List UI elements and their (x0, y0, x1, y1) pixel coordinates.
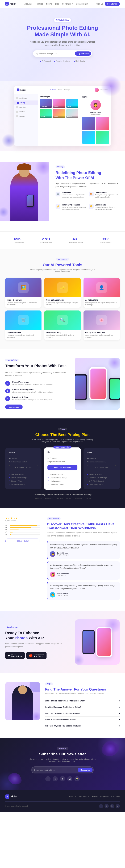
feature-2-desc: Speed up your workflow with quick one-cl… (62, 206, 87, 211)
hero-search: Try For Free (33, 51, 92, 57)
social-instagram[interactable]: 📸 (74, 776, 80, 781)
app-card-body: Dashboard Gallery Favorites Shared Setti… (14, 94, 111, 146)
play-store-icon: ▶ (8, 653, 10, 657)
feature-user-friendly: 😊 User-Friendly Enjoy an intuitive and e… (89, 204, 120, 214)
app-nav-profile[interactable]: Profile (58, 89, 62, 91)
footer-link-pricing[interactable]: Pricing (92, 796, 98, 798)
cta-image (75, 619, 120, 664)
cta-section: Download Now Ready To EnhanceYour Photos… (0, 611, 125, 673)
read-reviews-button[interactable]: Read All Reviews (5, 538, 40, 543)
social-youtube[interactable]: yt (67, 776, 72, 781)
social-facebook[interactable]: f (45, 776, 51, 781)
testimonial-1-quote: 'From retouching to color correction, Ai… (50, 543, 117, 549)
google-play-button[interactable]: ▶ Get it on Google Play (5, 652, 25, 659)
footer-link-blog[interactable]: Blog Posts (100, 796, 109, 798)
client-2: PHOTON (56, 498, 63, 499)
profile-grid-item-1[interactable] (82, 117, 95, 130)
profile-grid (82, 117, 109, 144)
navbar: A Aipict About Us Features Pricing Blog … (0, 0, 125, 8)
footer-link-customers[interactable]: Customers (112, 796, 120, 798)
plan-pro-badge: Most Popular Plan (54, 446, 72, 448)
testimonial-3-role: Content Creator (57, 595, 68, 596)
plan-pro-features: Advanced AI Tools Unlimited Cloud Storag… (48, 473, 77, 487)
gallery-image-3[interactable]: Ocean (66, 99, 78, 108)
sidebar-item-favorites[interactable]: Favorites (14, 105, 38, 110)
nav-pricing[interactable]: Pricing (46, 3, 52, 5)
sidebar-item-shared[interactable]: Shared (14, 110, 38, 114)
faq-question-1[interactable]: How Can I Download The Exclusive Editor?… (45, 706, 120, 708)
faq-section: FAQ's Find The Answer For Your Questions… (0, 673, 125, 738)
sidebar-item-gallery[interactable]: Gallery (14, 100, 38, 105)
gallery-image-5[interactable]: Sunset (53, 109, 65, 118)
faq-question-3[interactable]: Is The AI Editor Available For Mobile? ▾ (45, 719, 120, 720)
tool-img-6: 🌸 (84, 310, 120, 330)
tool-2-title: AI Retouching (85, 299, 118, 301)
sidebar-item-dashboard[interactable]: Dashboard (14, 96, 38, 100)
search-input[interactable] (36, 53, 75, 55)
tool-image-generator: 🖼️ Image Generator Generate photos easil… (5, 278, 41, 308)
profile-grid-item-4[interactable] (96, 131, 109, 144)
app-nav-gallery[interactable]: Gallery (50, 89, 56, 91)
app-store-button[interactable]: 🍎 Download on the App Store (26, 652, 46, 659)
newsletter-description: Subscribe to our newsletter to get the l… (28, 758, 97, 762)
footer-link-features[interactable]: Best Features (79, 796, 89, 798)
testimonial-1-avatar: 👨 (50, 551, 55, 557)
nav-customers[interactable]: Customers ▾ (62, 3, 73, 5)
footer-social-twitter[interactable]: t (104, 804, 109, 808)
plan-proplus-cta[interactable]: Get Started Now (87, 465, 116, 470)
brand-name: Aipict (9, 2, 16, 5)
faq-question-4[interactable]: Are There Any Free Trial Options Availab… (45, 725, 120, 727)
sign-up-button[interactable]: Sign Up (96, 3, 103, 5)
cta-phone-mockup (75, 619, 120, 664)
nav-blog[interactable]: Blog (55, 3, 59, 5)
hero-cta-button[interactable]: Try For Free (75, 52, 91, 56)
navbar-logo[interactable]: A Aipict (5, 2, 16, 6)
feature-1-title: Customization (95, 192, 120, 193)
logo-icon: A (5, 2, 9, 6)
newsletter-subscribe-button[interactable]: Subscribe (78, 768, 93, 772)
footer-social-google[interactable]: g+ (116, 804, 120, 808)
stat-satisfaction: 99% Satisfaction Rate (99, 237, 111, 243)
ai-tools-badge: Our Features (56, 258, 69, 260)
gallery-image-2[interactable]: Portrait (53, 99, 65, 108)
dashboard-icon (16, 97, 19, 99)
social-linkedin[interactable]: in (60, 776, 65, 781)
gallery-image-4[interactable]: Forest (40, 109, 52, 118)
sidebar-item-settings[interactable]: Settings (14, 114, 38, 119)
get-started-button[interactable]: Get Started (105, 2, 120, 6)
faq-question-2[interactable]: Can I Use The Editor On Multiple Devices… (45, 712, 120, 714)
newsletter-email-input[interactable] (34, 769, 78, 771)
testimonial-3-quote: 'Aipict simplifies complex editing tasks… (50, 584, 117, 590)
testimonials-right: User Reviews Discover How Creative Enthu… (47, 517, 120, 602)
gallery-image-6[interactable]: Abstract (66, 109, 78, 118)
profile-grid-item-2[interactable] (96, 117, 109, 130)
profile-name: Amanda White (82, 112, 109, 113)
stat-users: 278+ Real-Time Users (40, 237, 52, 243)
footer-link-about[interactable]: About Us (69, 796, 76, 798)
plan-basic-price: $0/ month (9, 455, 38, 460)
faq-badge: FAQ's (45, 683, 53, 685)
footer-bottom: © 2024 Aipict. All rights reserved. f t … (5, 801, 120, 808)
feature-customization: 🎨 Customization Tailor your editing expe… (89, 192, 120, 202)
nav-connections[interactable]: Connections ▾ (76, 3, 88, 5)
plan-pro-cta[interactable]: Start Free Trial Now (48, 465, 77, 470)
app-nav-settings[interactable]: Settings (64, 89, 70, 91)
tool-ai-retouching: 👤 AI Retouching Retouch portraits and ob… (84, 278, 120, 308)
gallery-image-1[interactable]: Landscape (40, 99, 52, 108)
tool-background-removal: 🌸 Background Removal Remove or replace b… (84, 310, 120, 340)
nav-features[interactable]: Features (36, 3, 43, 5)
faq-question-0[interactable]: What Features Does Your AI Photo Editor … (45, 700, 120, 702)
social-twitter[interactable]: t (53, 776, 58, 781)
profile-grid-item-3[interactable] (82, 131, 95, 144)
plan-basic-cta[interactable]: Get Started For Free (9, 465, 38, 470)
chevron-down-icon-4: ▾ (119, 725, 120, 727)
nav-about[interactable]: About Us (25, 3, 32, 5)
footer-social-linkedin[interactable]: in (110, 804, 114, 808)
stat-ai-powered: AI Powered (40, 60, 51, 62)
stat-users-number: 278+ (40, 237, 52, 241)
learn-more-button[interactable]: Learn more (5, 405, 23, 409)
hero-stats: AI Powered Premium Features High Quality (5, 60, 120, 62)
footer-social-facebook[interactable]: f (99, 804, 103, 808)
play-store-name: Google Play (11, 655, 22, 657)
hero-title: Professional Photo Editing Made Simple W… (5, 25, 120, 38)
